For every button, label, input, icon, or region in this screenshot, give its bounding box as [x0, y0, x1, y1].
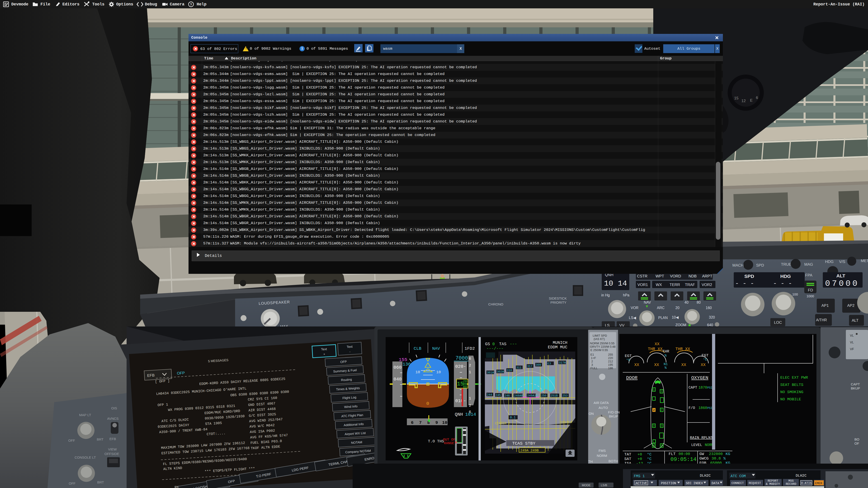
svg-text:DLH2C: DLH2C — [700, 474, 711, 478]
svg-text:BRT: BRT — [97, 437, 103, 441]
svg-text:E1: E1 — [590, 353, 594, 356]
svg-text:2: 2 — [591, 360, 593, 363]
svg-text:1: 1 — [469, 370, 471, 375]
svg-text:1+F: 1+F — [591, 356, 596, 360]
svg-text:BKUP: BKUP — [851, 386, 860, 390]
svg-text:CONSOLE LT: CONSOLE LT — [74, 455, 96, 459]
svg-text:NDB: NDB — [688, 274, 697, 278]
svg-text:OFFSIDE: OFFSIDE — [104, 452, 119, 456]
svg-text:1000: 1000 — [807, 294, 814, 298]
svg-text:NORM 250/M 0.55: NORM 250/M 0.55 — [590, 341, 614, 345]
svg-text:XX: XX — [655, 342, 659, 346]
svg-text:E 250/M 0.55: E 250/M 0.55 — [590, 348, 608, 352]
svg-text:VL: VL — [850, 334, 854, 337]
svg-text:2: 2 — [660, 408, 662, 412]
svg-text:251B: 251B — [551, 394, 558, 397]
svg-text:OFP: OFP — [340, 360, 347, 364]
svg-text:MUNICH: MUNICH — [553, 340, 567, 345]
svg-text:Text: Text — [346, 345, 352, 349]
svg-text:249A 249B: 249A 249B — [520, 449, 539, 453]
svg-text:PRIORITY: PRIORITY — [550, 300, 566, 304]
svg-text:10: 10 — [442, 420, 447, 425]
svg-text:245: 245 — [495, 394, 501, 397]
svg-text:CSTR: CSTR — [637, 274, 647, 278]
svg-text:232800: 232800 — [709, 452, 723, 456]
svg-text:10: 10 — [415, 370, 420, 375]
svg-text:EGT: EGT — [625, 354, 632, 358]
svg-text:---/---: ---/--- — [487, 346, 504, 351]
svg-text:ELEC EXT PWR: ELEC EXT PWR — [780, 376, 808, 380]
svg-text:GWCG: GWCG — [700, 456, 709, 461]
svg-text:RAIN RPLNT: RAIN RPLNT — [690, 435, 713, 440]
svg-text:AIR DATA: AIR DATA — [594, 401, 609, 404]
svg-text:Text: Text — [321, 347, 327, 351]
svg-text:AVNCS: AVNCS — [107, 417, 119, 420]
svg-text:REQUEST: REQUEST — [749, 482, 761, 485]
svg-text:317: 317 — [527, 365, 532, 368]
svg-text:EFB: EFB — [147, 373, 155, 378]
svg-text:+0: +0 — [638, 457, 642, 461]
svg-text:253: 253 — [562, 394, 567, 397]
svg-text:ON: ON — [589, 412, 594, 416]
svg-text:EMER: EMER — [815, 482, 822, 485]
svg-text:LOC: LOC — [774, 320, 782, 325]
svg-text:VL: VL — [850, 340, 854, 344]
svg-text:212: 212 — [608, 360, 613, 363]
svg-text:ARPT: ARPT — [702, 274, 712, 278]
svg-text:AUTO: AUTO — [598, 406, 608, 410]
svg-text:LIMIT SPD: LIMIT SPD — [593, 334, 607, 337]
svg-text:NO SMOKING: NO SMOKING — [780, 390, 803, 394]
svg-text:TH: TH — [588, 459, 593, 463]
svg-text:CAPT: CAPT — [688, 386, 697, 390]
svg-text:NO MOBILE: NO MOBILE — [780, 397, 801, 401]
svg-text:FULL: FULL — [590, 366, 598, 370]
svg-text:1FD2: 1FD2 — [465, 346, 475, 351]
svg-text:FPA: FPA — [805, 273, 812, 278]
svg-text:PLAN: PLAN — [658, 316, 668, 320]
svg-text:DLH2C: DLH2C — [796, 474, 807, 478]
svg-text:SPD: SPD — [744, 273, 754, 279]
svg-text:E: E — [750, 98, 752, 103]
svg-text:%: % — [723, 456, 726, 461]
svg-text:BRT: BRT — [97, 480, 104, 484]
svg-text:ACTIVE: ACTIVE — [636, 482, 647, 485]
svg-text:30.8: 30.8 — [712, 456, 721, 461]
svg-text:XX: XX — [701, 363, 706, 367]
svg-text:(IAS KT): (IAS KT) — [594, 337, 605, 341]
svg-text:186: 186 — [608, 366, 613, 370]
svg-text:NOTAM: NOTAM — [351, 440, 362, 445]
svg-text:309: 309 — [536, 363, 541, 367]
svg-text:302A: 302A — [497, 370, 504, 373]
svg-text:040: 040 — [394, 377, 402, 382]
svg-text:6: 6 — [756, 96, 758, 100]
svg-text:hPa: hPa — [623, 293, 629, 297]
svg-text:%: % — [664, 354, 667, 358]
svg-text:CLB: CLB — [414, 346, 421, 351]
svg-text:OFP: OFP — [177, 371, 185, 376]
svg-text:09:05:14: 09:05:14 — [671, 456, 696, 462]
svg-text:SEAT BELTS: SEAT BELTS — [780, 383, 803, 387]
svg-text:220: 220 — [608, 356, 613, 360]
svg-text:FMS: FMS — [598, 449, 606, 453]
svg-text:07000: 07000 — [825, 279, 859, 288]
svg-text:WPT: WPT — [655, 274, 664, 278]
svg-text:TRUE: TRUE — [781, 262, 792, 267]
svg-text:DATA: DATA — [712, 482, 719, 485]
svg-text:ALT: ALT — [836, 273, 845, 278]
svg-text:RECORD: RECORD — [786, 482, 796, 486]
svg-text:80: 80 — [697, 300, 701, 304]
svg-text:10: 10 — [436, 370, 441, 375]
svg-text:311: 311 — [516, 366, 522, 369]
svg-text:MAG: MAG — [804, 262, 813, 267]
svg-text:THR: THR — [662, 349, 669, 354]
svg-text:OFF: OFF — [68, 438, 75, 442]
svg-text:FLT: FLT — [669, 452, 676, 456]
svg-text:MAP LT: MAP LT — [79, 413, 91, 417]
svg-text:2: 2 — [469, 363, 471, 367]
svg-text:020-: 020- — [455, 364, 466, 369]
svg-text:OFP 1: OFP 1 — [157, 402, 168, 408]
svg-text:NORM: NORM — [597, 454, 607, 457]
svg-text:7000: 7000 — [456, 355, 468, 361]
svg-text:SIDESTICK: SIDESTICK — [549, 296, 567, 300]
svg-text:ARC: ARC — [657, 306, 664, 310]
